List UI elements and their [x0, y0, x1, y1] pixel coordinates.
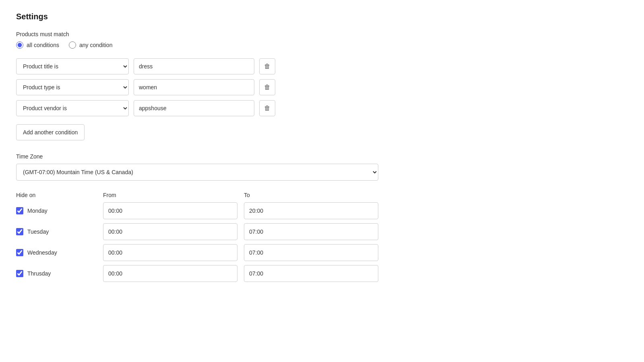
thursday-label: Thrusday [27, 270, 51, 277]
monday-checkbox[interactable] [16, 207, 23, 214]
tuesday-checkbox-group: Tuesday [16, 228, 97, 235]
monday-from[interactable] [103, 202, 237, 219]
condition-select-1[interactable]: Product title is Product type is Product… [16, 58, 129, 74]
tuesday-to[interactable] [244, 223, 378, 240]
wednesday-from[interactable] [103, 244, 237, 261]
timezone-label: Time Zone [16, 153, 628, 160]
trash-icon-3: 🗑 [264, 105, 270, 112]
wednesday-checkbox-group: Wednesday [16, 249, 97, 256]
trash-icon-2: 🗑 [264, 84, 270, 91]
condition-row-2: Product title is Product type is Product… [16, 79, 628, 95]
thursday-from[interactable] [103, 265, 237, 282]
condition-input-3[interactable] [134, 100, 254, 116]
all-conditions-label: all conditions [27, 42, 59, 48]
wednesday-to[interactable] [244, 244, 378, 261]
from-header: From [103, 192, 237, 198]
condition-select-3[interactable]: Product title is Product type is Product… [16, 100, 129, 116]
condition-input-1[interactable] [134, 58, 254, 74]
schedule-header: Hide on From To [16, 192, 378, 198]
hide-on-header: Hide on [16, 192, 97, 198]
monday-label: Monday [27, 208, 47, 214]
tuesday-from[interactable] [103, 223, 237, 240]
thursday-checkbox-group: Thrusday [16, 270, 97, 277]
tuesday-checkbox[interactable] [16, 228, 23, 235]
products-must-match-label: Products must match [16, 31, 628, 37]
timezone-section: Time Zone (GMT-07:00) Mountain Time (US … [16, 153, 628, 192]
schedule-row-wednesday: Wednesday [16, 244, 378, 261]
thursday-checkbox[interactable] [16, 270, 23, 277]
any-condition-radio[interactable] [69, 41, 76, 49]
delete-condition-2[interactable]: 🗑 [259, 79, 275, 95]
all-conditions-option[interactable]: all conditions [16, 41, 59, 49]
all-conditions-radio[interactable] [16, 41, 23, 49]
wednesday-label: Wednesday [27, 249, 57, 256]
condition-row-1: Product title is Product type is Product… [16, 58, 628, 74]
schedule-row-monday: Monday [16, 202, 378, 219]
match-radio-group: all conditions any condition [16, 41, 628, 49]
thursday-to[interactable] [244, 265, 378, 282]
products-must-match-section: Products must match all conditions any c… [16, 31, 628, 49]
condition-row-3: Product title is Product type is Product… [16, 100, 628, 116]
tuesday-label: Tuesday [27, 228, 49, 235]
schedule-row-tuesday: Tuesday [16, 223, 378, 240]
wednesday-checkbox[interactable] [16, 249, 23, 256]
delete-condition-3[interactable]: 🗑 [259, 100, 275, 116]
schedule-row-thursday: Thrusday [16, 265, 378, 282]
delete-condition-1[interactable]: 🗑 [259, 58, 275, 74]
page-title: Settings [16, 12, 628, 21]
condition-input-2[interactable] [134, 79, 254, 95]
monday-checkbox-group: Monday [16, 207, 97, 214]
conditions-section: Product title is Product type is Product… [16, 58, 628, 153]
monday-to[interactable] [244, 202, 378, 219]
trash-icon-1: 🗑 [264, 63, 270, 70]
timezone-select[interactable]: (GMT-07:00) Mountain Time (US & Canada) … [16, 164, 378, 181]
schedule-section: Hide on From To Monday Tuesday Wednesday… [16, 192, 378, 282]
condition-select-2[interactable]: Product title is Product type is Product… [16, 79, 129, 95]
any-condition-label: any condition [79, 42, 113, 48]
add-condition-button[interactable]: Add another condition [16, 124, 85, 140]
to-header: To [244, 192, 378, 198]
any-condition-option[interactable]: any condition [69, 41, 113, 49]
